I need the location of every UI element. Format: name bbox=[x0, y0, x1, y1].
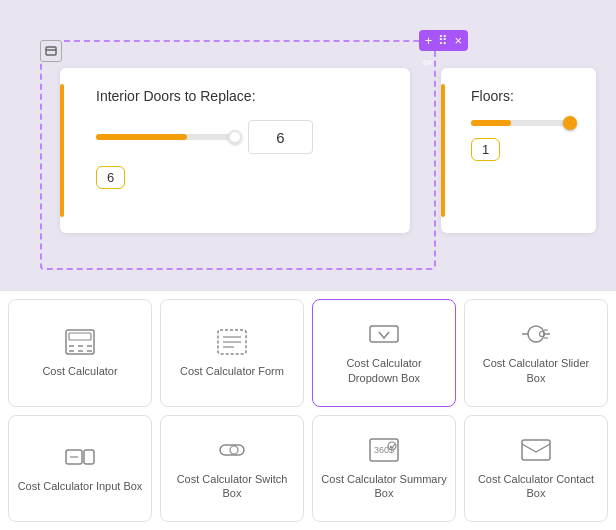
input-icon bbox=[62, 443, 98, 471]
widget-label-summary: Cost Calculator Summary Box bbox=[321, 472, 447, 501]
left-card: Interior Doors to Replace: 6 6 bbox=[60, 68, 410, 233]
selection-toolbar: + ⠿ × ✏ bbox=[419, 30, 468, 51]
svg-rect-3 bbox=[69, 333, 91, 340]
widget-label-switch: Cost Calculator Switch Box bbox=[169, 472, 295, 501]
corner-icon[interactable] bbox=[40, 40, 62, 62]
left-slider-thumb[interactable] bbox=[228, 130, 242, 144]
right-yellow-accent bbox=[441, 84, 445, 217]
form-icon bbox=[214, 328, 250, 356]
svg-rect-22 bbox=[84, 450, 94, 464]
summary-icon: 360$ bbox=[366, 436, 402, 464]
widget-cost-calculator-switch[interactable]: Cost Calculator Switch Box bbox=[160, 415, 304, 523]
add-button[interactable]: + bbox=[425, 33, 433, 48]
widgets-grid: Cost Calculator Cost Calculator Form Cos… bbox=[0, 290, 616, 530]
widget-cost-calculator-input[interactable]: Cost Calculator Input Box bbox=[8, 415, 152, 523]
right-card: Floors: 1 bbox=[441, 68, 596, 233]
widget-cost-calculator-contact[interactable]: Cost Calculator Contact Box bbox=[464, 415, 608, 523]
widget-label-input: Cost Calculator Input Box bbox=[18, 479, 143, 493]
left-slider-input[interactable]: 6 bbox=[248, 120, 313, 154]
dropdown-icon bbox=[366, 320, 402, 348]
widget-cost-calculator-summary[interactable]: 360$ Cost Calculator Summary Box bbox=[312, 415, 456, 523]
contact-icon bbox=[518, 436, 554, 464]
move-button[interactable]: ⠿ bbox=[438, 33, 448, 48]
widget-label-slider: Cost Calculator Slider Box bbox=[473, 356, 599, 385]
right-slider-track[interactable] bbox=[471, 120, 571, 126]
edit-button[interactable]: ✏ bbox=[423, 56, 433, 70]
left-slider-track[interactable] bbox=[96, 134, 236, 140]
yellow-accent bbox=[60, 84, 64, 217]
widget-cost-calculator[interactable]: Cost Calculator bbox=[8, 299, 152, 407]
slider-icon bbox=[518, 320, 554, 348]
left-value-badge: 6 bbox=[96, 166, 125, 189]
widget-cost-calculator-slider[interactable]: Cost Calculator Slider Box bbox=[464, 299, 608, 407]
right-card-label: Floors: bbox=[471, 88, 576, 104]
widget-label-form: Cost Calculator Form bbox=[180, 364, 284, 378]
right-slider-thumb[interactable] bbox=[563, 116, 577, 130]
left-card-label: Interior Doors to Replace: bbox=[96, 88, 386, 104]
widget-cost-calculator-form[interactable]: Cost Calculator Form bbox=[160, 299, 304, 407]
svg-rect-29 bbox=[522, 440, 550, 460]
calculator-icon bbox=[62, 328, 98, 356]
widget-label-cost-calculator: Cost Calculator bbox=[42, 364, 117, 378]
close-button[interactable]: × bbox=[454, 33, 462, 48]
widget-label-dropdown: Cost Calculator Dropdown Box bbox=[321, 356, 447, 385]
right-value-badge: 1 bbox=[471, 138, 500, 161]
switch-icon bbox=[214, 436, 250, 464]
canvas-area: + ⠿ × ✏ Interior Doors to Replace: 6 6 bbox=[0, 0, 616, 290]
left-slider-fill bbox=[96, 134, 187, 140]
widget-label-contact: Cost Calculator Contact Box bbox=[473, 472, 599, 501]
widget-cost-calculator-dropdown[interactable]: Cost Calculator Dropdown Box bbox=[312, 299, 456, 407]
svg-point-25 bbox=[230, 446, 238, 454]
right-slider-fill bbox=[471, 120, 511, 126]
svg-rect-0 bbox=[46, 47, 56, 55]
svg-point-15 bbox=[528, 326, 544, 342]
svg-rect-14 bbox=[370, 326, 398, 342]
